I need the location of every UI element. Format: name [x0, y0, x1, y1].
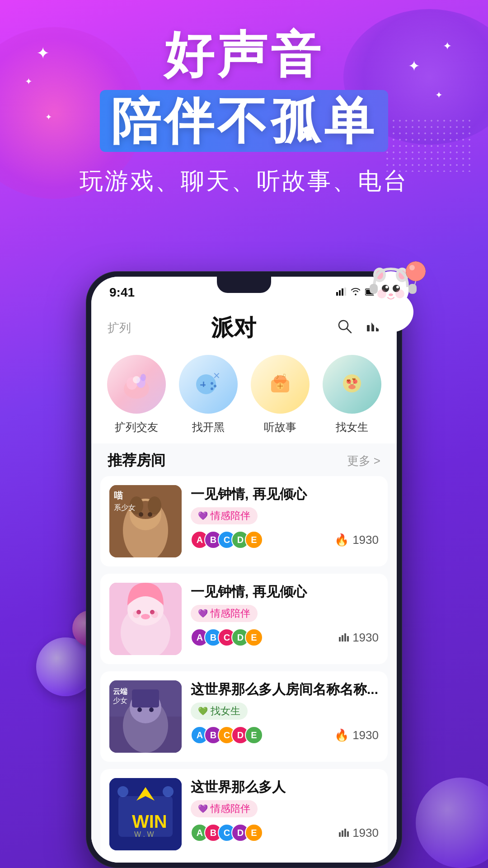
- svg-line-8: [347, 329, 351, 333]
- svg-rect-0: [336, 292, 338, 296]
- svg-text:WIN: WIN: [132, 811, 167, 831]
- room-count-2: 1930: [339, 631, 379, 645]
- svg-rect-75: [339, 832, 341, 837]
- svg-point-54: [151, 611, 158, 618]
- category-item-game[interactable]: ✕ 找开黑: [174, 355, 242, 434]
- svg-text:喵: 喵: [114, 491, 123, 500]
- svg-text:云端: 云端: [113, 688, 127, 695]
- hero-subtitle: 玩游戏、聊天、听故事、电台: [0, 165, 488, 197]
- svg-rect-63: [132, 689, 159, 708]
- category-label-friends: 扩列交友: [115, 420, 158, 434]
- svg-point-16: [141, 374, 146, 381]
- room-count-1: 🔥 1930: [334, 533, 379, 547]
- svg-point-7: [339, 321, 348, 330]
- avatar-4-5: E: [245, 824, 263, 842]
- bg-ball-bottom-right: [416, 778, 488, 868]
- room-info-4: 这世界那么多人 💜 情感陪伴 A B C D: [191, 778, 379, 842]
- svg-point-42: [148, 496, 161, 514]
- svg-point-89: [389, 293, 393, 296]
- room-card-4[interactable]: WIN W . W 这世界那么多人 💜 情感陪伴: [100, 769, 388, 859]
- svg-rect-19: [200, 384, 206, 386]
- section-title: 推荐房间: [108, 451, 165, 471]
- svg-point-95: [406, 261, 426, 281]
- room-bottom-4: A B C D E: [191, 824, 379, 842]
- bar-icon-4: [339, 826, 349, 840]
- svg-point-21: [214, 385, 216, 387]
- hero-title-2-wrapper: 陪伴不孤单: [100, 90, 388, 152]
- category-icon-game: ✕: [179, 355, 238, 414]
- nav-expand-label[interactable]: 扩列: [108, 320, 131, 336]
- status-time: 9:41: [109, 285, 135, 300]
- category-item-story[interactable]: ♪ ♫ 听故事: [246, 355, 314, 434]
- room-avatars-3: A B C D E: [191, 726, 258, 744]
- svg-text:♫: ♫: [282, 372, 286, 378]
- category-icon-friends: [107, 355, 166, 414]
- svg-point-20: [211, 382, 213, 385]
- category-label-story: 听故事: [264, 420, 296, 434]
- svg-text:❤: ❤: [347, 378, 350, 383]
- room-bottom-2: A B C D E: [191, 628, 379, 646]
- svg-point-64: [137, 708, 142, 712]
- fire-icon-3: 🔥: [334, 728, 349, 742]
- phone-notch: [217, 277, 271, 293]
- svg-point-87: [385, 286, 388, 288]
- svg-text:✕: ✕: [213, 371, 221, 381]
- phone-outer: 9:41 扩列 派对: [86, 271, 402, 868]
- room-card-3[interactable]: 云端 少女 这世界那么多人房间名称名称... 💚 找女生: [100, 671, 388, 762]
- section-more[interactable]: 更多 >: [347, 453, 380, 469]
- app-content: 扩列 派对: [91, 304, 397, 863]
- fire-icon-1: 🔥: [334, 533, 349, 547]
- room-thumb-3: 云端 少女: [109, 680, 182, 753]
- room-tag-2: 💜 情感陪伴: [191, 605, 258, 622]
- category-section: 扩列交友: [91, 350, 397, 443]
- avatar-1-5: E: [245, 531, 263, 549]
- room-card-2[interactable]: 一见钟情, 再见倾心 💜 情感陪伴 A B C D: [100, 574, 388, 664]
- room-card-1[interactable]: 喵 系少女 一见钟情, 再见倾心 💜 情感陪伴: [100, 476, 388, 566]
- svg-rect-56: [342, 635, 343, 642]
- room-count-4: 1930: [339, 826, 379, 840]
- svg-rect-92: [370, 284, 378, 294]
- svg-text:♪: ♪: [276, 373, 279, 380]
- nav-title: 派对: [211, 313, 256, 343]
- category-item-girl[interactable]: ❤ ❤ 找女生: [318, 355, 386, 434]
- svg-point-44: [148, 512, 152, 517]
- signal-icon: [336, 287, 346, 298]
- svg-point-53: [133, 611, 140, 618]
- svg-point-88: [396, 286, 399, 288]
- room-info-3: 这世界那么多人房间名称名称... 💚 找女生 A B C D: [191, 680, 379, 744]
- svg-text:少女: 少女: [113, 697, 127, 704]
- room-bottom-3: A B C D E 🔥 1930: [191, 726, 379, 744]
- room-tag-1: 💜 情感陪伴: [191, 507, 258, 524]
- category-icon-girl: ❤ ❤: [323, 355, 381, 414]
- room-thumb-2: [109, 583, 182, 655]
- room-thumb-4: WIN W . W: [109, 778, 182, 850]
- svg-point-91: [395, 289, 404, 298]
- svg-rect-93: [408, 284, 417, 294]
- hero-section: 好声音 陪伴不孤单 玩游戏、聊天、听故事、电台: [0, 27, 488, 197]
- top-nav: 扩列 派对: [91, 304, 397, 350]
- room-bottom-1: A B C D E 🔥 1930: [191, 531, 379, 549]
- svg-point-73: [117, 786, 128, 797]
- svg-rect-2: [342, 288, 343, 296]
- room-list: 喵 系少女 一见钟情, 再见倾心 💜 情感陪伴: [91, 476, 397, 859]
- room-tag-4: 💜 情感陪伴: [191, 800, 258, 817]
- category-label-game: 找开黑: [192, 420, 225, 434]
- room-info-1: 一见钟情, 再见倾心 💜 情感陪伴 A B C D: [191, 485, 379, 549]
- svg-point-96: [409, 265, 415, 270]
- svg-point-90: [377, 289, 386, 298]
- room-name-3: 这世界那么多人房间名称名称...: [191, 680, 379, 698]
- category-icon-story: ♪ ♫: [251, 355, 310, 414]
- svg-rect-58: [347, 636, 349, 642]
- svg-text:❤: ❤: [352, 377, 356, 382]
- category-item-friends[interactable]: 扩列交友: [103, 355, 170, 434]
- svg-rect-78: [347, 831, 349, 837]
- svg-point-15: [133, 376, 140, 383]
- room-info-2: 一见钟情, 再见倾心 💜 情感陪伴 A B C D: [191, 583, 379, 646]
- mascot: [357, 258, 429, 339]
- svg-text:系少女: 系少女: [114, 504, 136, 511]
- section-header: 推荐房间 更多 >: [91, 443, 397, 476]
- room-thumb-1: 喵 系少女: [109, 485, 182, 557]
- svg-point-34: [348, 385, 356, 389]
- hero-title-2: 陪伴不孤单: [111, 94, 377, 148]
- search-icon[interactable]: [336, 318, 352, 338]
